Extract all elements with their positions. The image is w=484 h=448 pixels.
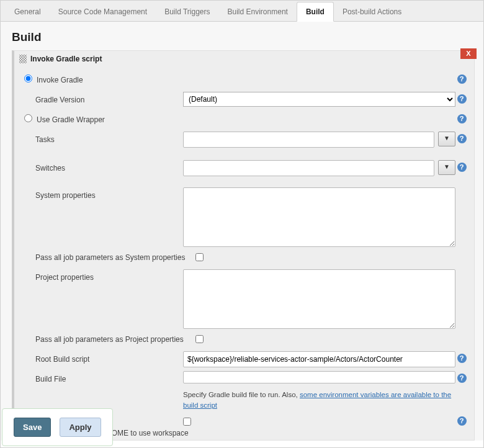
tab-general[interactable]: General: [6, 2, 50, 21]
tasks-expand-button[interactable]: ▼: [438, 132, 455, 146]
drag-handle-icon[interactable]: [19, 55, 27, 63]
force-home-visible-fragment: HOME to use workspace: [106, 429, 189, 437]
root-build-script-input[interactable]: [183, 351, 455, 367]
apply-button[interactable]: Apply: [60, 418, 101, 437]
system-properties-textarea[interactable]: [183, 187, 455, 247]
gradle-version-label: Gradle Version: [35, 92, 183, 104]
pass-project-label: Pass all job parameters as Project prope…: [35, 331, 195, 344]
tab-postbuild[interactable]: Post-build Actions: [334, 2, 410, 21]
step-title: Invoke Gradle script: [30, 55, 102, 63]
radio-use-gradle-wrapper[interactable]: [24, 114, 32, 122]
root-build-script-label: Root Build script: [35, 351, 183, 364]
build-file-input[interactable]: [183, 371, 455, 383]
help-icon[interactable]: ?: [457, 163, 467, 172]
switches-expand-button[interactable]: ▼: [438, 160, 455, 175]
pass-project-checkbox[interactable]: [195, 335, 204, 343]
tab-triggers[interactable]: Build Triggers: [156, 2, 218, 21]
pass-system-checkbox[interactable]: [195, 253, 204, 261]
system-properties-label: System properties: [35, 187, 183, 200]
help-icon[interactable]: ?: [457, 374, 467, 383]
help-icon[interactable]: ?: [457, 134, 467, 143]
switches-label: Switches: [35, 160, 183, 172]
section-heading: Build: [1, 22, 483, 50]
tasks-label: Tasks: [35, 132, 183, 144]
force-home-checkbox[interactable]: [183, 418, 191, 426]
help-icon[interactable]: ?: [457, 114, 467, 123]
tasks-input[interactable]: [183, 132, 434, 148]
gradle-version-select[interactable]: (Default): [183, 92, 455, 107]
tab-build[interactable]: Build: [297, 2, 334, 22]
tab-scm[interactable]: Source Code Management: [50, 2, 156, 21]
action-button-bar: Save Apply: [2, 408, 113, 446]
tab-environment[interactable]: Build Environment: [219, 2, 297, 21]
radio-invoke-gradle[interactable]: [24, 74, 32, 83]
help-icon[interactable]: ?: [457, 416, 467, 426]
help-icon[interactable]: ?: [457, 74, 467, 84]
radio-invoke-gradle-label: Invoke Gradle: [37, 72, 195, 84]
project-properties-textarea[interactable]: [183, 269, 455, 329]
build-step-gradle: X Invoke Gradle script Invoke Gradle ?: [12, 50, 475, 441]
help-icon[interactable]: ?: [457, 94, 467, 104]
delete-step-button[interactable]: X: [460, 48, 477, 59]
build-file-label: Build File: [35, 371, 183, 383]
config-tab-bar: General Source Code Management Build Tri…: [1, 1, 483, 22]
switches-input[interactable]: [183, 160, 434, 176]
project-properties-label: Project properties: [35, 269, 183, 282]
radio-use-gradle-wrapper-label: Use Gradle Wrapper: [37, 112, 195, 124]
pass-system-label: Pass all job parameters as System proper…: [35, 249, 195, 262]
save-button[interactable]: Save: [14, 418, 51, 437]
help-icon[interactable]: ?: [457, 354, 467, 363]
build-file-description: Specify Gradle build file to run. Also, …: [183, 387, 455, 411]
